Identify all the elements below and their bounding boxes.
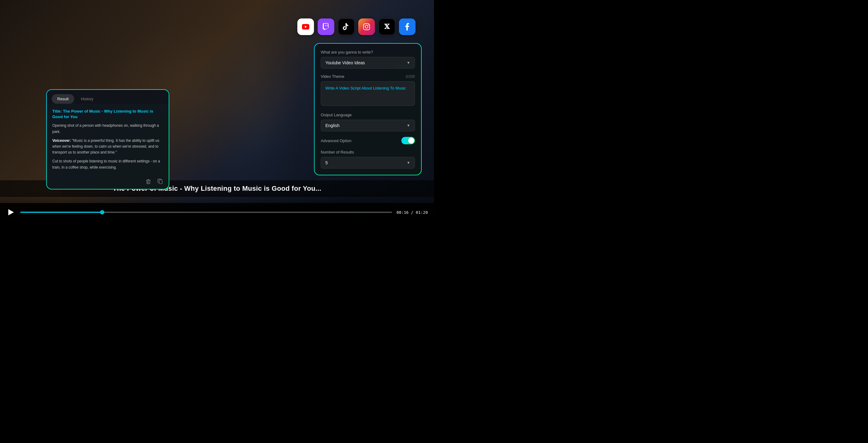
num-results-value: 5 (326, 160, 328, 165)
result-content: Title: The Power of Music - Why Listenin… (47, 104, 169, 189)
language-dropdown[interactable]: English ▼ (321, 120, 415, 131)
video-controls: 00:16 / 01:20 (0, 203, 434, 222)
time-display: 00:16 / 01:20 (397, 210, 428, 215)
instagram-icon[interactable] (358, 19, 375, 35)
language-value: English (326, 123, 340, 128)
youtube-icon[interactable] (297, 19, 314, 35)
num-results-arrow: ▼ (407, 161, 410, 165)
video-theme-label: Video Theme (321, 74, 344, 79)
twitch-icon[interactable] (318, 19, 334, 35)
result-body-2: Cut to shots of people listening to musi… (52, 158, 163, 170)
tiktok-icon[interactable] (338, 19, 354, 35)
advanced-option-row: Advanced Option (321, 137, 415, 144)
left-panel: Result History Title: The Power of Music… (47, 90, 169, 189)
tab-history[interactable]: History (75, 94, 99, 104)
twitter-x-icon[interactable]: 𝕏 (379, 19, 395, 35)
right-panel-container: What are you ganna to write? Youtube Vid… (314, 43, 422, 176)
right-panel: What are you ganna to write? Youtube Vid… (315, 44, 421, 175)
left-panel-container: Result History Title: The Power of Music… (46, 89, 169, 190)
progress-bar[interactable] (20, 212, 392, 213)
output-language-label: Output Language (321, 113, 415, 117)
progress-thumb[interactable] (100, 210, 104, 214)
facebook-icon[interactable] (399, 19, 415, 35)
tab-result[interactable]: Result (52, 94, 74, 104)
play-button[interactable] (6, 207, 16, 217)
video-theme-row: Video Theme 0/200 (321, 74, 415, 79)
toggle-thumb (408, 137, 414, 144)
result-body-1: Opening shot of a person with headphones… (52, 123, 163, 134)
language-arrow: ▼ (407, 123, 410, 128)
write-type-dropdown[interactable]: Youtube Video Ideas ▼ (321, 57, 415, 69)
tabs-bar: Result History (47, 90, 169, 104)
num-results-dropdown[interactable]: 5 ▼ (321, 157, 415, 168)
copy-icon[interactable] (156, 177, 164, 186)
voiceover-label: Voiceover: (52, 138, 71, 143)
delete-icon[interactable] (144, 177, 153, 186)
play-icon (8, 209, 14, 215)
svg-rect-0 (159, 180, 162, 183)
question-label: What are you ganna to write? (321, 50, 415, 55)
write-type-value: Youtube Video Ideas (326, 60, 365, 65)
social-icons-bar: 𝕏 (297, 19, 415, 35)
char-count: 0/200 (406, 74, 415, 79)
result-voiceover: Voiceover: "Music is a powerful thing. I… (52, 138, 163, 156)
theme-textarea[interactable]: Write A Video Script About Listening To … (321, 81, 415, 106)
num-results-label: Number of Results (321, 150, 415, 154)
advanced-option-label: Advanced Option (321, 138, 351, 143)
progress-filled (20, 212, 102, 213)
write-type-arrow: ▼ (407, 61, 410, 65)
result-title: Title: The Power of Music - Why Listenin… (52, 108, 163, 120)
advanced-option-toggle[interactable] (401, 137, 415, 144)
result-actions (144, 177, 164, 186)
